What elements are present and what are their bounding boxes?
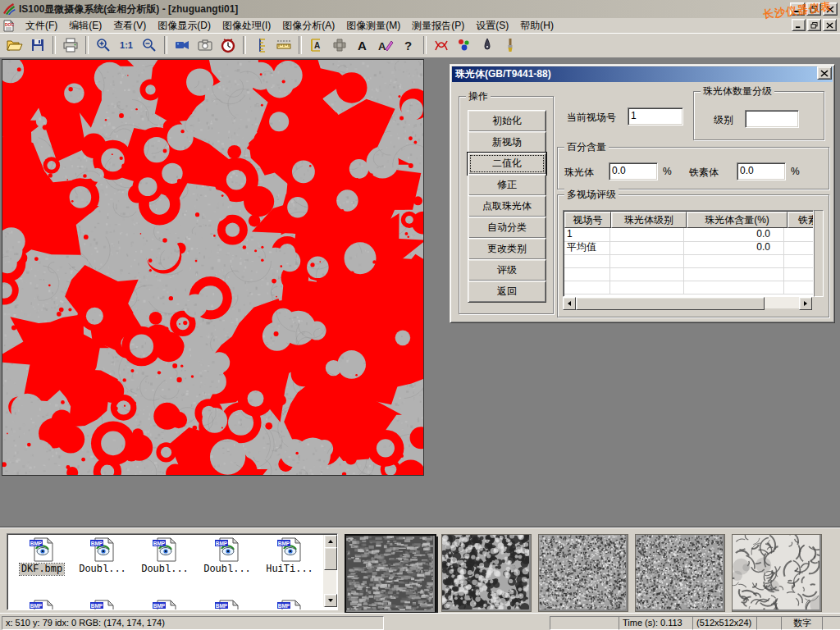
open-button[interactable] [4, 35, 25, 55]
table-row[interactable] [564, 281, 814, 294]
toolbar-separator [243, 36, 246, 54]
rate-button[interactable]: 评级 [468, 259, 546, 281]
close-button[interactable] [823, 2, 838, 16]
menu-image-process[interactable]: 图像处理(I) [217, 18, 276, 34]
save-button[interactable] [27, 35, 48, 55]
pen-button[interactable] [477, 35, 498, 55]
menu-image-analysis[interactable]: 图像分析(A) [276, 18, 340, 34]
annotate-button[interactable]: A [375, 35, 396, 55]
file-item[interactable]: BMP Doubl... [135, 537, 194, 575]
operations-group-label: 操作 [466, 90, 491, 102]
curve-measure-button[interactable] [431, 35, 452, 55]
mdi-close-button[interactable] [823, 19, 837, 31]
thumbnail-2[interactable] [441, 534, 532, 612]
pattern-grid-button[interactable] [329, 35, 350, 55]
binarize-button[interactable]: 二值化 [468, 153, 546, 175]
print-button[interactable] [60, 35, 81, 55]
multi-field-group-label: 多视场评级 [564, 189, 619, 200]
help-button[interactable]: ? [398, 35, 419, 55]
vscroll-thumb[interactable] [324, 547, 337, 570]
mdi-minimize-button[interactable] [792, 19, 806, 31]
file-item[interactable]: BMP [12, 600, 71, 610]
scroll-up-button[interactable] [324, 535, 337, 548]
restore-icon [810, 22, 818, 29]
thumbnail-5[interactable] [732, 534, 822, 612]
level-input[interactable] [745, 110, 799, 128]
file-name: Doubl... [139, 564, 190, 575]
new-field-button[interactable]: 新视场 [468, 131, 546, 153]
zoom-in-button[interactable] [93, 35, 114, 55]
minimize-button[interactable] [790, 2, 805, 16]
change-class-button[interactable]: 更改类别 [468, 238, 546, 260]
scroll-down-button[interactable] [324, 594, 337, 607]
bmp-file-icon: BMP [28, 537, 56, 562]
scroll-left-button[interactable] [563, 297, 576, 310]
ferrite-percent-input[interactable]: 0.0 [737, 162, 786, 180]
timer-button[interactable] [217, 35, 239, 55]
document-icon[interactable]: DOC [2, 20, 15, 32]
pearlite-percent-input[interactable]: 0.0 [609, 162, 658, 180]
actual-size-button[interactable]: 1:1 [116, 35, 137, 55]
col-pearlite-content[interactable]: 珠光体含量(%) [687, 212, 788, 228]
file-item[interactable]: BMP HuiTi... [260, 537, 319, 575]
menu-settings[interactable]: 设置(S) [470, 18, 514, 34]
col-pearlite-grade[interactable]: 珠光体级别 [611, 212, 687, 228]
file-item[interactable]: BMP Doubl... [198, 537, 257, 575]
col-field-number[interactable]: 视场号 [564, 212, 611, 228]
pick-pearlite-button[interactable]: 点取珠光体 [468, 195, 546, 217]
file-item[interactable]: BMP DKF.bmp [12, 537, 71, 575]
video-camera-button[interactable] [171, 35, 193, 55]
restore-button[interactable] [806, 2, 821, 16]
measure-text-button[interactable]: A [306, 35, 327, 55]
caliper-button[interactable] [250, 35, 272, 55]
return-button[interactable]: 返回 [468, 281, 546, 303]
menu-image-measure[interactable]: 图像测量(M) [340, 18, 406, 34]
multi-field-table[interactable]: 视场号 珠光体级别 珠光体含量(%) 铁素体 1 0.0 平均值 [563, 210, 814, 297]
file-list[interactable]: BMP DKF.bmp BMP Doubl... [7, 533, 338, 610]
table-hscrollbar[interactable] [563, 297, 812, 308]
scroll-right-button[interactable] [799, 297, 812, 310]
menu-image-display[interactable]: 图像显示(D) [152, 18, 217, 34]
measure-text-icon: A [308, 37, 325, 53]
brush-button[interactable] [500, 35, 521, 55]
menu-report[interactable]: 测量报告(P) [406, 18, 470, 34]
file-item[interactable]: BMP [260, 600, 319, 610]
file-item[interactable]: BMP [198, 600, 257, 610]
menu-file[interactable]: 文件(F) [20, 18, 63, 34]
mdi-restore-button[interactable] [807, 19, 821, 31]
svg-text:?: ? [404, 39, 412, 52]
zoom-in-icon [95, 37, 112, 53]
snapshot-button[interactable] [194, 35, 216, 55]
table-row[interactable]: 1 0.0 [564, 228, 814, 242]
micrograph-image[interactable] [2, 60, 423, 475]
text-button[interactable]: A [352, 35, 373, 55]
current-field-input[interactable]: 1 [628, 107, 683, 126]
dialog-title-bar[interactable]: 珠光体(GB/T9441-88) [452, 66, 833, 82]
initialize-button[interactable]: 初始化 [468, 110, 546, 132]
hscroll-thumb[interactable] [576, 297, 765, 310]
workspace: 珠光体(GB/T9441-88) 操作 初始化 新视场 二值化 修正 点取珠光体… [0, 57, 840, 527]
svg-text:BMP: BMP [216, 541, 228, 546]
menu-view[interactable]: 查看(V) [107, 18, 152, 34]
thumbnail-4[interactable] [635, 534, 725, 612]
menu-edit[interactable]: 编辑(E) [63, 18, 107, 34]
current-field-label: 当前视场号 [567, 111, 616, 125]
table-row[interactable]: 平均值 0.0 [564, 241, 814, 255]
file-item[interactable]: BMP Doubl... [73, 537, 132, 575]
thumbnail-3[interactable] [538, 534, 628, 612]
file-item[interactable]: BMP [135, 600, 194, 610]
dialog-close-button[interactable] [817, 66, 832, 80]
curve-measure-icon [433, 37, 450, 53]
table-row[interactable] [564, 254, 814, 268]
ruler-button[interactable] [273, 35, 294, 55]
phase-particles-button[interactable] [454, 35, 475, 55]
auto-classify-button[interactable]: 自动分类 [468, 217, 546, 239]
menu-help[interactable]: 帮助(H) [514, 18, 559, 34]
file-list-scrollbar[interactable] [323, 535, 336, 607]
file-item[interactable]: BMP [73, 600, 132, 610]
thumbnail-1[interactable] [345, 534, 436, 614]
zoom-out-button[interactable] [139, 35, 160, 55]
col-ferrite[interactable]: 铁素体 [788, 212, 814, 228]
correct-button[interactable]: 修正 [468, 174, 546, 196]
table-row[interactable] [564, 267, 814, 281]
